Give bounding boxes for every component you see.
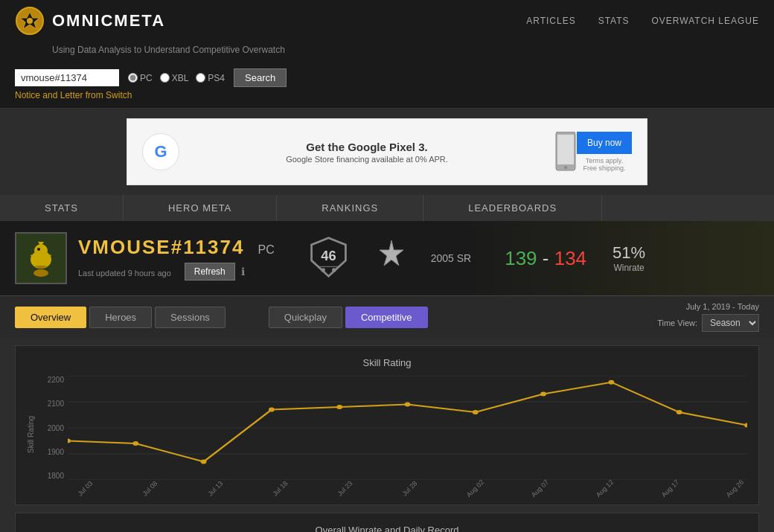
ad-subtext: Google Store financing available at 0% A…: [191, 155, 543, 164]
date-range: July 1, 2019 - Today: [686, 302, 759, 311]
win-loss-separator: -: [543, 247, 549, 269]
svg-point-27: [201, 460, 207, 464]
ad-headline: Get the Google Pixel 3.: [191, 141, 543, 153]
chart-content: Skill Rating 2200 2100 2000 1900 1800: [27, 376, 747, 493]
svg-point-32: [540, 392, 546, 397]
svg-rect-4: [557, 135, 574, 164]
time-view-select[interactable]: Season Week Month All Time: [702, 314, 759, 332]
ad-text: Get the Google Pixel 3. Google Store fin…: [191, 141, 543, 164]
rank-medal-icon: [371, 237, 412, 278]
ad-container: G Get the Google Pixel 3. Google Store f…: [0, 109, 774, 195]
svg-point-13: [33, 269, 48, 277]
profile-avatar: [15, 232, 67, 284]
site-title: OMNICMETA: [52, 11, 165, 31]
profile-info: VMOUSE#11374 PC Last updated 9 hours ago…: [78, 236, 275, 281]
site-tagline: Using Data Analysis to Understand Compet…: [0, 42, 774, 61]
nav-articles[interactable]: ARTICLES: [526, 16, 575, 26]
google-logo: G: [142, 133, 179, 170]
winrate-label: Winrate: [613, 263, 644, 273]
notice-link[interactable]: Notice and Letter from Switch: [15, 90, 759, 100]
svg-point-2: [27, 18, 33, 24]
svg-text:46: 46: [321, 248, 336, 263]
svg-point-28: [269, 408, 275, 412]
winrate-chart-section: Overall Winrate and Daily Record Winrate…: [15, 513, 759, 532]
x-axis-labels-sr: Jul 03 Jul 08 Jul 13 Jul 18 Jul 23 Jul 2…: [68, 486, 747, 493]
tab-sessions[interactable]: Sessions: [155, 307, 226, 328]
ad-terms: Terms apply.Free shipping.: [583, 157, 625, 172]
loss-count: 134: [554, 247, 586, 269]
tab-heroes[interactable]: Heroes: [89, 307, 152, 328]
site-nav: ARTICLES STATS OVERWATCH LEAGUE: [526, 16, 759, 26]
win-loss: 139 - 134: [505, 247, 586, 270]
sub-nav: STATS HERO META RANKINGS LEADERBOARDS: [0, 195, 774, 221]
svg-point-10: [37, 248, 40, 251]
view-tabs: Overview Heroes Sessions Quickplay Compe…: [0, 296, 774, 338]
search-row: PC XBL PS4 Search: [15, 68, 759, 87]
search-bar: PC XBL PS4 Search Notice and Letter from…: [0, 61, 774, 109]
svg-point-31: [473, 410, 479, 414]
svg-point-35: [744, 423, 747, 428]
win-count: 139: [505, 247, 537, 269]
radio-xbl[interactable]: XBL: [160, 73, 189, 83]
ad-buy-button[interactable]: Buy now: [577, 132, 632, 154]
sub-nav-leaderboards[interactable]: LEADERBOARDS: [423, 195, 602, 221]
phone-icon: [554, 132, 577, 173]
winrate-percentage: 51%: [613, 243, 645, 263]
rank-shield: 46: [308, 237, 349, 278]
tab-competitive[interactable]: Competitive: [345, 307, 428, 328]
profile-platform: PC: [258, 243, 274, 257]
skill-rating-title: Skill Rating: [27, 357, 747, 368]
skill-rating-chart-area: Jul 03 Jul 08 Jul 13 Jul 18 Jul 23 Jul 2…: [68, 376, 747, 493]
sub-nav-hero-meta[interactable]: HERO META: [124, 195, 277, 221]
refresh-button[interactable]: Refresh: [185, 263, 235, 281]
rank-badge-area: 46: [308, 237, 349, 280]
medal-area: [371, 237, 412, 280]
ad-buy-area: Buy now Terms apply.Free shipping.: [577, 132, 632, 172]
svg-point-17: [321, 268, 325, 272]
y-axis-label: Skill Rating: [27, 376, 38, 493]
profile-username: VMOUSE#11374: [78, 236, 244, 259]
radio-ps4[interactable]: PS4: [196, 73, 225, 83]
skill-rating-svg: [68, 376, 747, 480]
platform-radio-group: PC XBL PS4: [128, 73, 225, 83]
sr-display: 2005 SR: [431, 252, 471, 264]
winrate-display: 51% Winrate: [613, 243, 645, 273]
profile-header: VMOUSE#11374 PC Last updated 9 hours ago…: [0, 221, 774, 296]
last-updated: Last updated 9 hours ago: [78, 269, 171, 278]
svg-point-34: [677, 410, 682, 414]
skill-rating-chart-section: Skill Rating Skill Rating 2200 2100 2000…: [15, 345, 759, 505]
svg-point-18: [332, 268, 336, 272]
nav-stats[interactable]: STATS: [598, 16, 630, 26]
site-header: OMNICMETA ARTICLES STATS OVERWATCH LEAGU…: [0, 0, 774, 42]
svg-point-30: [405, 403, 411, 407]
sub-nav-rankings[interactable]: RANKINGS: [277, 195, 423, 221]
logo-icon: [15, 6, 45, 36]
radio-pc[interactable]: PC: [128, 73, 153, 83]
svg-point-29: [336, 405, 342, 409]
y-axis-numbers: 2200 2100 2000 1900 1800: [38, 376, 68, 480]
search-button[interactable]: Search: [234, 68, 287, 87]
svg-point-33: [608, 380, 614, 385]
nav-overwatch-league[interactable]: OVERWATCH LEAGUE: [652, 16, 759, 26]
sr-value: 2005 SR: [431, 252, 471, 264]
winrate-chart-title: Overall Winrate and Daily Record: [27, 525, 747, 532]
svg-point-25: [68, 439, 71, 443]
svg-point-26: [132, 441, 138, 446]
svg-point-5: [564, 166, 567, 169]
avatar-icon: [19, 236, 63, 281]
time-view-label: Time View:: [657, 318, 697, 327]
sub-nav-stats[interactable]: STATS: [0, 195, 124, 221]
info-icon: ℹ: [241, 266, 245, 278]
time-view: Time View: Season Week Month All Time: [657, 314, 759, 332]
tab-quickplay[interactable]: Quickplay: [269, 307, 342, 328]
svg-marker-19: [380, 240, 403, 266]
logo-area: OMNICMETA: [15, 6, 165, 36]
ad-banner: G Get the Google Pixel 3. Google Store f…: [127, 118, 647, 185]
search-input[interactable]: [15, 69, 119, 86]
tab-overview[interactable]: Overview: [15, 307, 86, 328]
